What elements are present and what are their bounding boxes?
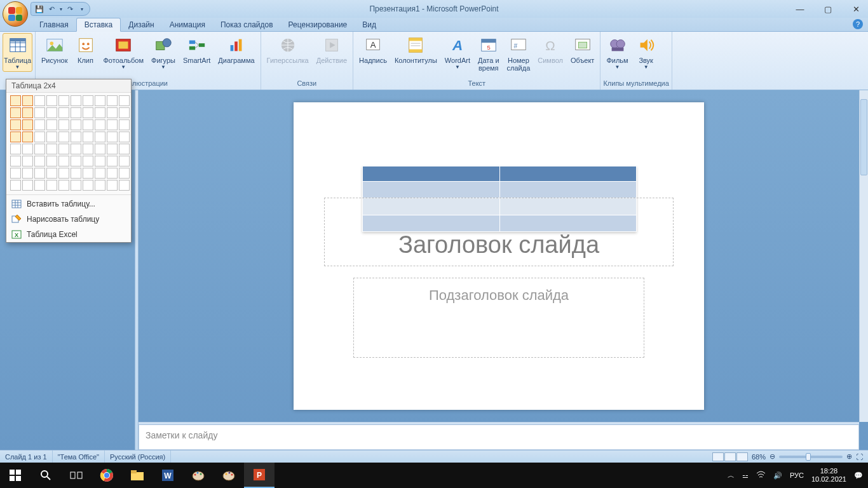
vertical-scrollbar[interactable] (859, 90, 868, 422)
taskview-button[interactable] (61, 463, 92, 488)
search-button[interactable] (31, 463, 61, 488)
table-grid-cell[interactable] (71, 95, 81, 106)
tray-wifi-icon[interactable] (756, 471, 766, 480)
title-placeholder[interactable]: Заголовок слайда (324, 198, 674, 266)
table-grid-cell[interactable] (83, 107, 93, 118)
table-grid-cell[interactable] (83, 119, 93, 130)
table-grid-cell[interactable] (119, 144, 130, 154)
ribbon-shapes-button[interactable]: Фигуры▼ (148, 33, 179, 72)
table-grid-cell[interactable] (46, 144, 57, 154)
ribbon-chart-button[interactable]: Диаграмма (215, 33, 257, 66)
status-theme[interactable]: "Тема Office" (53, 451, 105, 463)
tray-volume-icon[interactable]: 🔊 (773, 471, 782, 480)
table-grid-cell[interactable] (107, 144, 118, 154)
table-grid-cell[interactable] (119, 119, 130, 130)
zoom-slider[interactable] (779, 456, 843, 458)
taskbar-powerpoint[interactable]: P (244, 463, 275, 488)
table-grid-cell[interactable] (83, 156, 93, 166)
table-grid-cell[interactable] (71, 119, 81, 130)
taskbar-explorer[interactable] (122, 463, 153, 488)
ribbon-sound-button[interactable]: Звук▼ (633, 33, 660, 72)
tray-notifications-icon[interactable]: 💬 (854, 471, 863, 480)
tab-insert[interactable]: Вставка (76, 18, 121, 32)
ribbon-wordart-button[interactable]: AWordArt▼ (442, 33, 473, 72)
table-grid-cell[interactable] (83, 144, 93, 154)
table-grid-cell[interactable] (22, 132, 33, 142)
table-grid-cell[interactable] (95, 144, 105, 154)
ribbon-object-button[interactable]: Объект (567, 33, 597, 66)
ribbon-headerfooter-button[interactable]: Колонтитулы (391, 33, 440, 66)
table-grid-cell[interactable] (107, 95, 118, 106)
excel-table-menuitem[interactable]: X Таблица Excel (6, 227, 131, 242)
tray-network-icon[interactable]: ⚍ (742, 471, 749, 480)
status-language[interactable]: Русский (Россия) (105, 451, 171, 463)
zoom-out-button[interactable]: ⊖ (770, 452, 775, 461)
ribbon-datetime-button[interactable]: 5Дата и время (475, 33, 503, 74)
tray-clock[interactable]: 18:28 10.02.2021 (811, 467, 846, 484)
table-grid-cell[interactable] (71, 132, 81, 142)
ribbon-textbox-button[interactable]: AНадпись (356, 33, 390, 66)
view-slideshow-button[interactable] (736, 452, 748, 461)
tab-home[interactable]: Главная (32, 18, 76, 31)
help-button[interactable]: ? (853, 19, 863, 29)
table-grid-cell[interactable] (10, 180, 21, 191)
table-grid-cell[interactable] (107, 156, 118, 166)
zoom-slider-thumb[interactable] (806, 453, 811, 461)
table-grid-cell[interactable] (22, 168, 33, 179)
table-grid-cell[interactable] (71, 144, 81, 154)
table-grid-cell[interactable] (107, 168, 118, 179)
tab-animation[interactable]: Анимация (162, 18, 213, 31)
table-grid-cell[interactable] (95, 95, 105, 106)
qat-customize-icon[interactable]: ▾ (81, 6, 83, 12)
table-grid-cell[interactable] (34, 132, 45, 142)
taskbar-paint1[interactable] (183, 463, 214, 488)
insert-table-menuitem[interactable]: Вставить таблицу... (6, 196, 131, 212)
table-grid-cell[interactable] (107, 132, 118, 142)
table-grid-cell[interactable] (95, 119, 105, 130)
table-grid-cell[interactable] (22, 180, 33, 191)
table-grid-cell[interactable] (58, 168, 69, 179)
table-grid-cell[interactable] (107, 180, 118, 191)
table-grid-cell[interactable] (46, 107, 57, 118)
window-minimize-button[interactable]: — (792, 4, 808, 14)
table-grid-cell[interactable] (34, 168, 45, 179)
table-grid-cell[interactable] (22, 95, 33, 106)
draw-table-menuitem[interactable]: Нарисовать таблицу (6, 212, 131, 227)
window-close-button[interactable]: ✕ (848, 4, 864, 14)
table-grid-cell[interactable] (46, 119, 57, 130)
status-slide[interactable]: Слайд 1 из 1 (0, 451, 53, 463)
table-grid-cell[interactable] (83, 95, 93, 106)
qat-undo-more-icon[interactable]: ▾ (60, 6, 62, 12)
ribbon-album-button[interactable]: Фотоальбом▼ (100, 33, 147, 72)
table-grid-cell[interactable] (119, 95, 130, 106)
taskbar-word[interactable]: W (153, 463, 183, 488)
table-grid-cell[interactable] (34, 95, 45, 106)
table-grid-cell[interactable] (58, 95, 69, 106)
table-grid-cell[interactable] (71, 168, 81, 179)
qat-undo-icon[interactable]: ↶ (49, 5, 55, 13)
table-grid-cell[interactable] (119, 180, 130, 191)
tray-chevron-icon[interactable]: ︿ (728, 471, 735, 480)
table-grid-cell[interactable] (34, 144, 45, 154)
ribbon-smartart-button[interactable]: SmartArt (180, 33, 214, 66)
table-grid-cell[interactable] (46, 180, 57, 191)
zoom-in-button[interactable]: ⊕ (846, 452, 852, 461)
table-grid-cell[interactable] (10, 144, 21, 154)
table-grid-cell[interactable] (119, 168, 130, 179)
qat-redo-icon[interactable]: ↷ (67, 5, 73, 13)
tab-review[interactable]: Рецензирование (281, 18, 355, 31)
table-size-grid[interactable] (6, 93, 131, 193)
table-grid-cell[interactable] (34, 107, 45, 118)
tab-view[interactable]: Вид (355, 18, 384, 31)
table-grid-cell[interactable] (119, 107, 130, 118)
table-grid-cell[interactable] (46, 168, 57, 179)
table-grid-cell[interactable] (83, 168, 93, 179)
table-grid-cell[interactable] (10, 119, 21, 130)
table-grid-cell[interactable] (83, 132, 93, 142)
subtitle-placeholder[interactable]: Подзаголовок слайда (353, 278, 644, 358)
table-grid-cell[interactable] (10, 156, 21, 166)
ribbon-clip-button[interactable]: Клип (72, 33, 99, 66)
table-grid-cell[interactable] (34, 119, 45, 130)
table-grid-cell[interactable] (22, 119, 33, 130)
ribbon-slidenum-button[interactable]: #Номер слайда (504, 33, 534, 74)
